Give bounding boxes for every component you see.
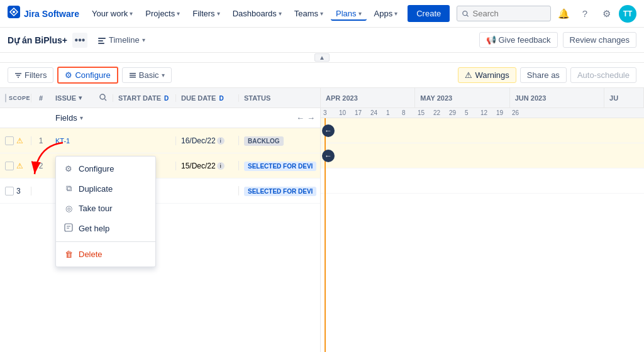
chevron-icon: ▾ [358, 10, 362, 17]
menu-item-get-help[interactable]: Get help [56, 218, 155, 239]
status-header: Status [238, 94, 320, 102]
review-changes-button[interactable]: Review changes [563, 32, 636, 48]
resize-arrows[interactable]: ← → [296, 113, 315, 123]
svg-rect-12 [130, 77, 136, 78]
nav-plans[interactable]: Plans ▾ [331, 6, 367, 21]
svg-line-14 [105, 99, 107, 101]
main-area: SCOPE # Issue ▾ Start date D Due date D [0, 88, 644, 352]
day-label: 3 [321, 108, 336, 118]
gantt-row: ← [321, 118, 644, 143]
svg-point-1 [13, 11, 15, 13]
row-checkbox[interactable] [5, 136, 14, 145]
d-badge-start: D [164, 95, 169, 102]
svg-rect-5 [98, 40, 103, 41]
jira-logo-icon [8, 6, 20, 21]
row-checkbox[interactable] [5, 162, 14, 170]
issue-cell: KT-1 [50, 137, 113, 145]
gantt-day-header: 3 10 17 24 1 8 15 22 29 5 12 19 26 [321, 108, 644, 118]
table-row[interactable]: 3 ! KT-2 add task for website SELECTED F… [0, 179, 320, 204]
hash-header: # [39, 94, 43, 102]
row-num: 1 [31, 136, 50, 145]
nav-filters[interactable]: Filters ▾ [187, 6, 225, 21]
gantt-body: ← ← [321, 118, 644, 352]
svg-point-13 [100, 94, 105, 99]
status-cell: SELECTED FOR DEVI [238, 161, 320, 170]
collapse-bar[interactable]: ▲ [0, 53, 644, 63]
toolbar: Filters ⚙ Configure Basic ▾ ⚠ Warnings S… [0, 63, 644, 88]
status-cell: BACKLOG [238, 136, 320, 145]
search-input[interactable] [473, 9, 546, 18]
nav-projects[interactable]: Projects ▾ [140, 6, 185, 21]
day-label: 12 [478, 108, 494, 118]
more-button[interactable]: ••• [72, 33, 87, 48]
chevron-icon: ▾ [320, 10, 323, 17]
gantt-arrow-left[interactable]: ← [322, 150, 335, 162]
menu-item-duplicate[interactable]: ⧉ Duplicate [56, 179, 155, 199]
menu-item-configure[interactable]: ⚙ Configure [56, 159, 155, 179]
basic-button[interactable]: Basic ▾ [122, 67, 172, 83]
warning-icon: ⚠ [465, 70, 472, 80]
gantt-arrow-left[interactable]: ← [322, 124, 335, 137]
table-row[interactable]: ⚠ 2 KT-3 lo dó... 15/Dec/22 i SELECTED F… [0, 153, 320, 179]
table-row[interactable]: ⚠ 1 KT-1 16/Dec/22 i BACKLOG [0, 128, 320, 153]
delete-menu-icon: 🗑 [64, 250, 74, 259]
project-name: Dự án BiPlus+ [8, 35, 67, 45]
chevron-icon: ▾ [217, 10, 220, 17]
settings-button[interactable]: ⚙ [597, 5, 615, 23]
gantt-row [321, 168, 644, 194]
feedback-button[interactable]: 📢 Give feedback [479, 32, 558, 48]
notifications-button[interactable]: 🔔 [555, 5, 572, 23]
select-all-checkbox[interactable] [5, 94, 6, 102]
warnings-button[interactable]: ⚠ Warnings [458, 67, 516, 83]
create-button[interactable]: Create [408, 5, 450, 22]
row-checkbox[interactable] [5, 187, 14, 195]
collapse-icon: ▲ [314, 53, 330, 62]
search-box[interactable] [457, 6, 551, 21]
menu-item-delete[interactable]: 🗑 Delete [56, 245, 155, 264]
d-badge-due: D [219, 95, 223, 102]
avatar[interactable]: TT [619, 5, 636, 23]
month-jul: JU [604, 88, 644, 107]
autoschedule-button[interactable]: Auto-schedule [570, 67, 636, 83]
filter-button[interactable]: Filters [8, 67, 53, 83]
due-date-cell: 15/Dec/22 i [175, 162, 238, 170]
nav-your-work[interactable]: Your work ▾ [87, 6, 138, 21]
gantt-month-header: APR 2023 MAY 2023 JUN 2023 JU [321, 88, 644, 108]
status-badge: SELECTED FOR DEVI [244, 187, 316, 196]
search-panel-icon[interactable] [99, 93, 108, 102]
brand-name: Jira Software [24, 9, 79, 19]
gantt-row: ← [321, 143, 644, 168]
timeline-button[interactable]: Timeline ▾ [92, 33, 150, 47]
warning-icon: ⚠ [16, 162, 23, 170]
share-button[interactable]: Share as [520, 67, 567, 83]
help-button[interactable]: ? [576, 5, 594, 23]
resize-left-icon: ← [296, 113, 304, 123]
menu-divider [56, 241, 155, 242]
nav-teams[interactable]: Teams ▾ [289, 6, 328, 21]
logo[interactable]: Jira Software [8, 6, 79, 21]
gantt-panel: APR 2023 MAY 2023 JUN 2023 JU 3 10 17 24… [321, 88, 644, 352]
search-icon [462, 10, 469, 18]
chevron-icon: ▾ [162, 72, 165, 79]
fields-button[interactable]: Fields ▾ [55, 113, 83, 123]
list-icon [129, 72, 136, 79]
filter-icon [14, 72, 22, 79]
nav-apps[interactable]: Apps ▾ [369, 6, 403, 21]
configure-menu-icon: ⚙ [64, 164, 74, 173]
day-label: 19 [494, 108, 509, 118]
subheader-right: 📢 Give feedback Review changes [479, 32, 637, 48]
toolbar-right: ⚠ Warnings Share as Auto-schedule [458, 67, 636, 83]
day-label: 26 [509, 108, 525, 118]
day-label: 10 [336, 108, 352, 118]
day-label: 22 [431, 108, 447, 118]
issue-header[interactable]: Issue ▾ [50, 93, 113, 103]
feedback-icon: 📢 [486, 35, 496, 45]
configure-button[interactable]: ⚙ Configure [57, 67, 118, 84]
issue-tag[interactable]: KT-1 [55, 137, 70, 145]
month-jun: JUN 2023 [510, 88, 604, 107]
menu-item-take-tour[interactable]: ◎ Take tour [56, 199, 155, 218]
day-label: 15 [415, 108, 431, 118]
subheader: Dự án BiPlus+ ••• Timeline ▾ 📢 Give feed… [0, 28, 644, 53]
due-date-cell: 16/Dec/22 i [175, 136, 238, 145]
nav-dashboards[interactable]: Dashboards ▾ [228, 6, 287, 21]
